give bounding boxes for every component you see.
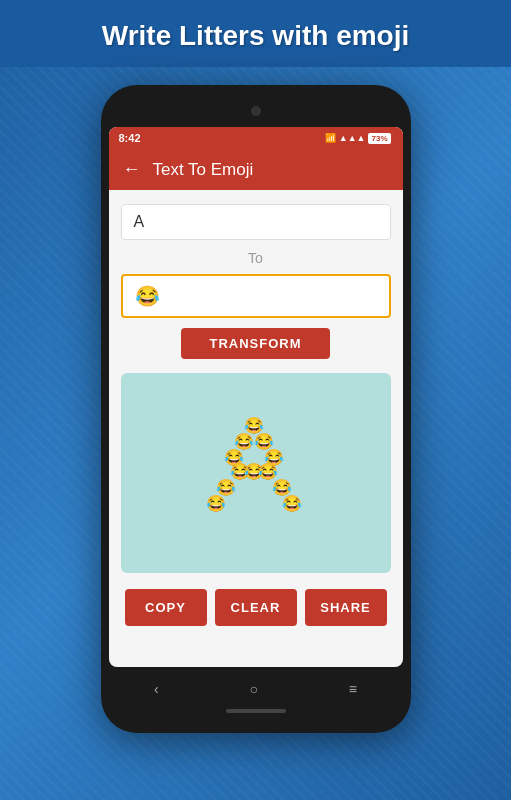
banner-text: Write Litters with emoji — [30, 18, 481, 53]
emoji-dot-12: 😂 — [282, 496, 302, 512]
to-emoji-value: 😂 — [135, 284, 160, 308]
app-bar: ← Text To Emoji — [109, 149, 403, 190]
status-icons: 📶 ▲▲▲ 73% — [325, 133, 391, 144]
nav-back-icon[interactable]: ‹ — [154, 681, 159, 697]
phone-notch — [109, 97, 403, 125]
battery-icon: 73% — [368, 133, 390, 144]
emoji-dot-9: 😂 — [216, 480, 236, 496]
camera-dot — [251, 106, 261, 116]
result-area: 😂 😂 😂 😂 😂 😂 😂 😂 😂 😂 😂 😂 — [121, 373, 391, 573]
transform-button[interactable]: TRANSFORM — [181, 328, 329, 359]
from-input[interactable]: A — [121, 204, 391, 240]
clear-button[interactable]: CLEAR — [215, 589, 297, 626]
copy-button[interactable]: COPY — [125, 589, 207, 626]
to-label: To — [121, 250, 391, 266]
back-button[interactable]: ← — [123, 159, 141, 180]
phone-screen: 8:42 📶 ▲▲▲ 73% ← Text To Emoji A To 😂 — [109, 127, 403, 667]
phone-device: 8:42 📶 ▲▲▲ 73% ← Text To Emoji A To 😂 — [101, 85, 411, 733]
action-buttons: COPY CLEAR SHARE — [125, 589, 387, 626]
phone-bottom — [109, 703, 403, 715]
emoji-dot-3: 😂 — [254, 434, 274, 450]
phone-nav-bar: ‹ ○ ≡ — [109, 671, 403, 703]
top-banner: Write Litters with emoji — [0, 0, 511, 67]
emoji-dot-8: 😂 — [258, 464, 278, 480]
to-input[interactable]: 😂 — [121, 274, 391, 318]
emoji-dot-11: 😂 — [206, 496, 226, 512]
wifi-icon: ▲▲▲ — [339, 133, 366, 143]
emoji-dot-2: 😂 — [234, 434, 254, 450]
emoji-dot-1: 😂 — [244, 418, 264, 434]
from-value: A — [134, 213, 145, 230]
status-bar: 8:42 📶 ▲▲▲ 73% — [109, 127, 403, 149]
app-content: A To 😂 TRANSFORM 😂 😂 😂 😂 — [109, 190, 403, 640]
status-time: 8:42 — [119, 132, 141, 144]
emoji-letter-display: 😂 😂 😂 😂 😂 😂 😂 😂 😂 😂 😂 😂 — [206, 418, 306, 528]
signal-icon: 📶 — [325, 133, 336, 143]
nav-home-icon[interactable]: ○ — [250, 681, 258, 697]
home-bar — [226, 709, 286, 713]
nav-menu-icon[interactable]: ≡ — [349, 681, 357, 697]
emoji-dot-10: 😂 — [272, 480, 292, 496]
app-title: Text To Emoji — [153, 160, 254, 180]
share-button[interactable]: SHARE — [305, 589, 387, 626]
